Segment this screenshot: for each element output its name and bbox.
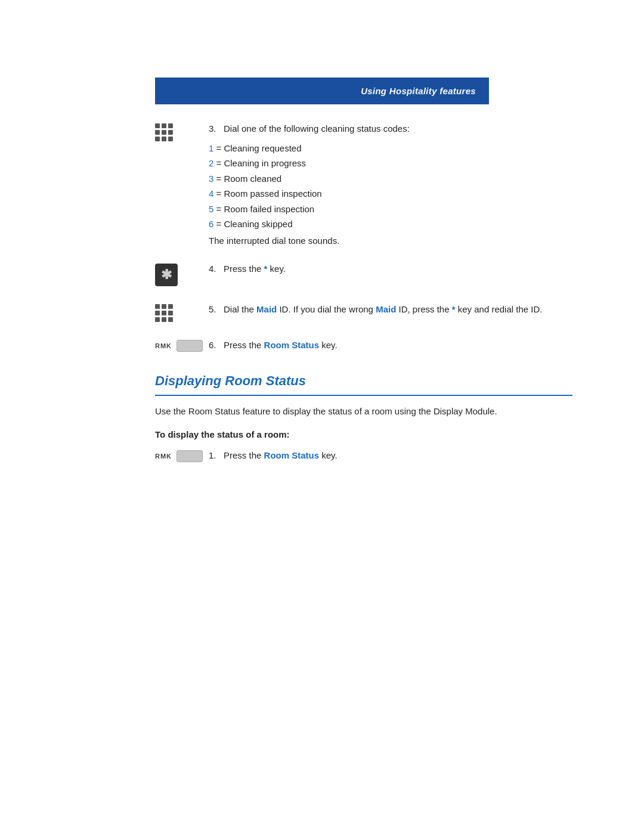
rmk-label-1: RMK — [155, 342, 172, 349]
keypad-dot — [168, 123, 173, 128]
keypad-dot — [168, 137, 173, 141]
keypad-dot — [155, 123, 160, 128]
content-area: 3. Dial one of the following cleaning st… — [155, 122, 572, 463]
rmk-row-2: RMK — [155, 450, 203, 462]
room-status-link-2: Room Status — [264, 450, 320, 460]
star-link: * — [452, 304, 456, 314]
step-3-icon — [155, 122, 209, 141]
step-4-icon: ✱ — [155, 262, 209, 286]
code-item-1: 1 = Cleaning requested — [209, 141, 572, 156]
step-6-text: 6. Press the Room Status key. — [209, 339, 572, 352]
header-banner: Using Hospitality features — [155, 78, 489, 104]
code-item-5: 5 = Room failed inspection — [209, 202, 572, 217]
rmk-button-2[interactable] — [177, 450, 203, 462]
code-item-3: 3 = Room cleaned — [209, 171, 572, 187]
keypad-dot — [155, 137, 160, 141]
step-5-text: 5. Dial the Maid ID. If you dial the wro… — [209, 303, 572, 317]
keypad-dot — [168, 304, 173, 309]
sub-step-1-text: 1. Press the Room Status key. — [209, 449, 572, 463]
code-num-5: 5 — [209, 204, 213, 214]
star-symbol: ✱ — [161, 267, 172, 283]
keypad-dot — [168, 311, 173, 315]
page-container: Using Hospitality features — [0, 78, 644, 833]
code-item-6: 6 = Cleaning skipped — [209, 216, 572, 232]
code-num-1: 1 — [209, 143, 213, 153]
step-5-content: 5. Dial the Maid ID. If you dial the wro… — [209, 303, 572, 317]
keypad-dot — [155, 130, 160, 135]
code-list: 1 = Cleaning requested 2 = Cleaning in p… — [209, 141, 572, 232]
step-6-content: 6. Press the Room Status key. — [209, 339, 572, 352]
step-4-content: 4. Press the * key. — [209, 262, 572, 276]
step-6-icon: RMK — [155, 339, 209, 352]
step-3-text: 3. Dial one of the following cleaning st… — [209, 122, 572, 136]
room-status-link-1: Room Status — [264, 340, 320, 350]
section-description: Use the Room Status feature to display t… — [155, 404, 572, 419]
sub-step-1-content: 1. Press the Room Status key. — [209, 449, 572, 463]
interrupted-text: The interrupted dial tone sounds. — [209, 236, 572, 246]
keypad-icon-2 — [155, 304, 173, 322]
keypad-dot — [155, 317, 160, 322]
keypad-dot — [155, 311, 160, 315]
maid-link-2: Maid — [376, 304, 396, 314]
step-5-row: 5. Dial the Maid ID. If you dial the wro… — [155, 303, 572, 322]
code-num-3: 3 — [209, 174, 213, 184]
keypad-dot — [162, 304, 166, 309]
keypad-dot — [155, 304, 160, 309]
keypad-dot — [162, 123, 166, 128]
keypad-dot — [168, 317, 173, 322]
maid-link-1: Maid — [256, 304, 277, 314]
header-title: Using Hospitality features — [361, 86, 476, 96]
keypad-dot — [162, 130, 166, 135]
code-item-4: 4 = Room passed inspection — [209, 186, 572, 202]
sub-step-1-row: RMK 1. Press the Room Status key. — [155, 449, 572, 463]
sub-heading: To display the status of a room: — [155, 429, 572, 439]
section-divider — [155, 395, 572, 396]
step-4-row: ✱ 4. Press the * key. — [155, 262, 572, 286]
star-key-icon: ✱ — [155, 264, 178, 286]
code-num-4: 4 — [209, 188, 213, 199]
step-4-text: 4. Press the * key. — [209, 262, 572, 276]
star-key-link: * — [264, 264, 268, 274]
sub-step-1-icon: RMK — [155, 449, 209, 462]
keypad-dot — [168, 130, 173, 135]
code-num-6: 6 — [209, 219, 213, 229]
displaying-room-status-section: Displaying Room Status Use the Room Stat… — [155, 373, 572, 463]
step-6-row: RMK 6. Press the Room Status key. — [155, 339, 572, 352]
rmk-row-1: RMK — [155, 340, 203, 352]
code-num-2: 2 — [209, 158, 213, 168]
keypad-dot — [162, 137, 166, 141]
rmk-button-1[interactable] — [177, 340, 203, 352]
section-heading: Displaying Room Status — [155, 373, 572, 389]
code-item-2: 2 = Cleaning in progress — [209, 156, 572, 171]
keypad-dot — [162, 311, 166, 315]
keypad-dot — [162, 317, 166, 322]
rmk-label-2: RMK — [155, 453, 172, 460]
step-3-row: 3. Dial one of the following cleaning st… — [155, 122, 572, 246]
step-5-icon — [155, 303, 209, 322]
keypad-icon — [155, 123, 173, 141]
step-3-content: 3. Dial one of the following cleaning st… — [209, 122, 572, 246]
